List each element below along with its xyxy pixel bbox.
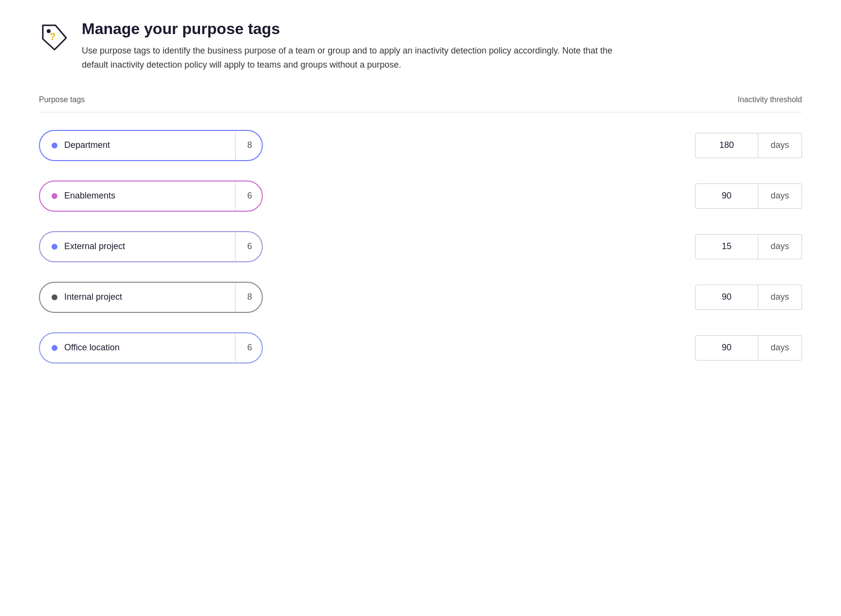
tag-dot-external-project (52, 244, 57, 250)
tag-pill-internal-project[interactable]: Internal project 8 (39, 282, 263, 313)
tag-divider-external-project (235, 232, 236, 261)
tag-pill-external-project[interactable]: External project 6 (39, 231, 263, 262)
tag-count-internal-project: 8 (238, 292, 262, 302)
tag-row: Internal project 8 days (39, 272, 802, 323)
tag-row: Office location 6 days (39, 323, 802, 373)
threshold-container-external-project: days (695, 234, 802, 259)
threshold-days-external-project: days (758, 234, 802, 259)
threshold-input-external-project[interactable] (695, 234, 758, 259)
tag-divider-office-location (235, 333, 236, 362)
threshold-input-department[interactable] (695, 133, 758, 158)
page-header: ? Manage your purpose tags Use purpose t… (39, 19, 802, 72)
threshold-container-internal-project: days (695, 285, 802, 310)
threshold-input-office-location[interactable] (695, 335, 758, 361)
threshold-days-office-location: days (758, 335, 802, 361)
tag-pill-left-department: Department (40, 140, 233, 150)
tag-count-office-location: 6 (238, 343, 262, 353)
tag-name-internal-project: Internal project (64, 292, 122, 302)
tag-dot-office-location (52, 345, 57, 351)
col-tags-label: Purpose tags (39, 95, 85, 104)
tag-divider-internal-project (235, 283, 236, 312)
tag-name-department: Department (64, 140, 110, 150)
threshold-input-internal-project[interactable] (695, 285, 758, 310)
tag-count-enablements: 6 (238, 191, 262, 201)
tag-dot-internal-project (52, 294, 57, 300)
table-header: Purpose tags Inactivity threshold (39, 88, 802, 112)
tag-name-external-project: External project (64, 241, 125, 252)
tag-pill-left-office-location: Office location (40, 343, 233, 353)
tag-divider-enablements (235, 181, 236, 211)
svg-text:?: ? (50, 31, 55, 42)
page-description: Use purpose tags to identify the busines… (82, 44, 617, 72)
threshold-input-enablements[interactable] (695, 183, 758, 209)
col-threshold-label: Inactivity threshold (737, 95, 802, 104)
tag-pill-office-location[interactable]: Office location 6 (39, 332, 263, 363)
tags-list: Department 8 days Enablements 6 days (39, 120, 802, 373)
header-text: Manage your purpose tags Use purpose tag… (82, 19, 802, 72)
tag-name-office-location: Office location (64, 343, 120, 353)
tag-dot-department (52, 143, 57, 148)
tag-name-enablements: Enablements (64, 191, 115, 201)
tag-count-department: 8 (238, 140, 262, 150)
tag-pill-left-external-project: External project (40, 241, 233, 252)
threshold-container-office-location: days (695, 335, 802, 361)
tag-row: External project 6 days (39, 221, 802, 272)
tag-count-external-project: 6 (238, 241, 262, 252)
tag-question-icon: ? (39, 21, 70, 53)
page-title: Manage your purpose tags (82, 19, 802, 38)
tag-divider-department (235, 131, 236, 160)
tag-pill-left-enablements: Enablements (40, 191, 233, 201)
threshold-container-enablements: days (695, 183, 802, 209)
tag-pill-enablements[interactable]: Enablements 6 (39, 181, 263, 212)
threshold-days-enablements: days (758, 183, 802, 209)
threshold-container-department: days (695, 133, 802, 158)
threshold-days-department: days (758, 133, 802, 158)
threshold-days-internal-project: days (758, 285, 802, 310)
tag-row: Enablements 6 days (39, 171, 802, 221)
tag-pill-department[interactable]: Department 8 (39, 130, 263, 161)
tag-row: Department 8 days (39, 120, 802, 171)
tag-pill-left-internal-project: Internal project (40, 292, 233, 302)
tag-dot-enablements (52, 193, 57, 199)
